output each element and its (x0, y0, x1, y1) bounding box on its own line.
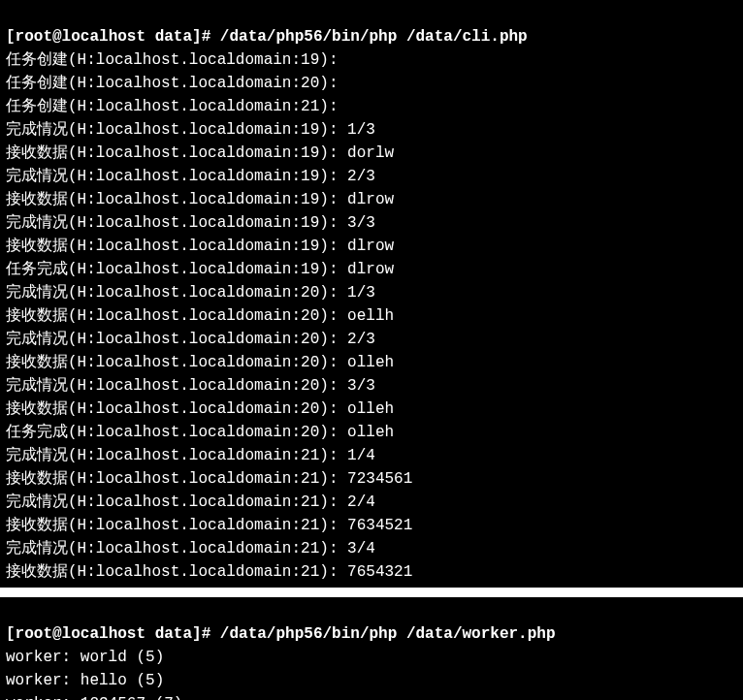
log-host: H:localhost.localdomain (78, 284, 292, 302)
log-label: 完成情况 (6, 168, 68, 185)
log-value: dlrow (347, 261, 394, 278)
log-text: worker: hello (5) (6, 672, 164, 689)
log-value: 3/3 (347, 214, 375, 232)
prompt-sep (145, 625, 155, 643)
prompt-cwd: data (155, 625, 192, 643)
prompt-cwd: data (155, 28, 192, 46)
terminal-worker-output[interactable]: [root@localhost data]# /data/php56/bin/p… (0, 597, 743, 700)
log-label: 完成情况 (6, 493, 68, 511)
log-label: 完成情况 (6, 331, 68, 348)
log-sep: : (329, 51, 339, 69)
prompt-sep (145, 28, 155, 46)
log-sep: : (329, 168, 347, 185)
log-host: H:localhost.localdomain (78, 261, 292, 278)
output-line: 完成情况(H:localhost.localdomain:19): 1/3 (6, 118, 737, 142)
log-label: 完成情况 (6, 540, 68, 557)
output-line: 接收数据(H:localhost.localdomain:21): 765432… (6, 560, 737, 584)
output-line: 完成情况(H:localhost.localdomain:20): 1/3 (6, 281, 737, 304)
output-line: 任务完成(H:localhost.localdomain:19): dlrow (6, 258, 737, 281)
log-id: 21 (301, 517, 319, 534)
log-host: H:localhost.localdomain (78, 98, 292, 115)
log-sep: : (329, 75, 339, 92)
prompt-command: /data/php56/bin/php /data/worker.php (220, 625, 556, 643)
log-id: 21 (301, 493, 319, 511)
log-value: 1/4 (347, 447, 375, 464)
log-sep: : (329, 261, 347, 278)
log-host: H:localhost.localdomain (78, 517, 292, 534)
prompt-user-host: root@localhost (16, 625, 145, 643)
log-id: 20 (301, 331, 319, 348)
log-sep: : (329, 354, 347, 371)
log-value: 2/3 (347, 331, 375, 348)
log-label: 接收数据 (6, 238, 68, 255)
terminal-cli-output[interactable]: [root@localhost data]# /data/php56/bin/p… (0, 0, 743, 588)
log-value: 2/4 (347, 493, 375, 511)
log-label: 完成情况 (6, 377, 68, 395)
output-line: 任务创建(H:localhost.localdomain:19): (6, 48, 737, 72)
log-text: worker: world (5) (6, 649, 164, 666)
prompt-line: [root@localhost data]# /data/php56/bin/p… (6, 622, 737, 646)
log-sep: : (329, 331, 347, 348)
log-value: 1/3 (347, 284, 375, 302)
log-host: H:localhost.localdomain (78, 144, 292, 162)
log-value: 2/3 (347, 168, 375, 185)
log-host: H:localhost.localdomain (78, 400, 292, 418)
log-value: 3/3 (347, 377, 375, 395)
log-host: H:localhost.localdomain (78, 121, 292, 139)
log-host: H:localhost.localdomain (78, 424, 292, 441)
prompt-close: ]# (192, 625, 220, 643)
log-sep: : (329, 424, 347, 441)
prompt-open: [ (6, 625, 16, 643)
output-line: 接收数据(H:localhost.localdomain:21): 763452… (6, 514, 737, 537)
log-label: 接收数据 (6, 191, 68, 208)
log-value: 7234561 (347, 470, 412, 488)
log-sep: : (329, 191, 347, 208)
log-label: 完成情况 (6, 284, 68, 302)
log-id: 20 (301, 307, 319, 325)
log-id: 20 (301, 284, 319, 302)
output-line: 接收数据(H:localhost.localdomain:19): dlrow (6, 235, 737, 258)
log-host: H:localhost.localdomain (78, 540, 292, 557)
output-line: 完成情况(H:localhost.localdomain:21): 3/4 (6, 537, 737, 560)
log-sep: : (329, 284, 347, 302)
output-line: 接收数据(H:localhost.localdomain:21): 723456… (6, 467, 737, 491)
log-label: 完成情况 (6, 447, 68, 464)
log-sep: : (329, 238, 347, 255)
prompt-user-host: root@localhost (16, 28, 145, 46)
log-label: 接收数据 (6, 307, 68, 325)
log-sep: : (329, 377, 347, 395)
log-label: 完成情况 (6, 121, 68, 139)
log-id: 20 (301, 424, 319, 441)
log-id: 19 (301, 191, 319, 208)
log-host: H:localhost.localdomain (78, 331, 292, 348)
log-sep: : (329, 540, 347, 557)
log-label: 完成情况 (6, 214, 68, 232)
log-sep: : (329, 400, 347, 418)
log-id: 19 (301, 121, 319, 139)
log-host: H:localhost.localdomain (78, 238, 292, 255)
log-host: H:localhost.localdomain (78, 470, 292, 488)
log-sep: : (329, 214, 347, 232)
output-line: 接收数据(H:localhost.localdomain:19): dorlw (6, 142, 737, 165)
log-id: 19 (301, 168, 319, 185)
log-label: 接收数据 (6, 144, 68, 162)
log-host: H:localhost.localdomain (78, 214, 292, 232)
log-id: 19 (301, 261, 319, 278)
log-id: 19 (301, 51, 319, 69)
output-line: 任务创建(H:localhost.localdomain:21): (6, 95, 737, 118)
log-label: 接收数据 (6, 517, 68, 534)
log-id: 19 (301, 214, 319, 232)
log-sep: : (329, 121, 347, 139)
output-line: 接收数据(H:localhost.localdomain:20): oellh (6, 304, 737, 328)
output-line: worker: world (5) (6, 646, 737, 669)
output-line: 任务完成(H:localhost.localdomain:20): olleh (6, 421, 737, 444)
log-id: 20 (301, 354, 319, 371)
log-value: dlrow (347, 191, 394, 208)
log-host: H:localhost.localdomain (78, 307, 292, 325)
log-host: H:localhost.localdomain (78, 563, 292, 581)
log-id: 20 (301, 377, 319, 395)
output-line: 接收数据(H:localhost.localdomain:20): olleh (6, 398, 737, 421)
log-id: 21 (301, 470, 319, 488)
log-value: oellh (347, 307, 394, 325)
output-line: 完成情况(H:localhost.localdomain:21): 2/4 (6, 491, 737, 514)
